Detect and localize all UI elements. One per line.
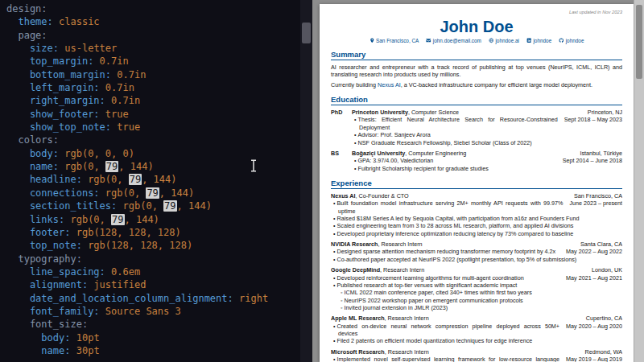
code-token: size: <box>6 43 59 54</box>
code-token: body: <box>6 148 59 159</box>
code-token: 0.7in <box>100 82 134 93</box>
bullet-item: •Co-authored paper accepted at NeurIPS 2… <box>331 256 622 263</box>
experience-entry: London, UKMay 2021 – Aug 2021Google Deep… <box>331 266 622 311</box>
contact-location-link[interactable]: San Francisco, CA <box>369 38 419 43</box>
pdf-scrollbar-thumb[interactable] <box>636 5 642 79</box>
editor-scrollbar[interactable] <box>300 0 312 362</box>
globe-icon <box>489 38 494 43</box>
experience-entry: Redmond, WAMay 2019 – Aug 2019Microsoft … <box>331 348 622 362</box>
position-title: , Research Intern <box>385 315 429 322</box>
code-token: rgb(0, <box>82 174 129 185</box>
code-token: date_and_location_column_alignment: <box>6 293 233 304</box>
pdf-preview-pane[interactable]: Last updated in Nov 2023 John Doe San Fr… <box>312 0 644 362</box>
bullet-text: NeurIPS 2022 workshop paper on emergent … <box>345 297 523 304</box>
code-token: right_margin: <box>6 95 105 106</box>
bullet-item: ◦ICML 2022 main conference paper, cited … <box>331 289 622 296</box>
contact-label: johndoe <box>533 38 551 43</box>
code-token: connections: <box>6 187 100 199</box>
code-token: links: <box>6 214 64 225</box>
bullet-text: Developed reinforcement learning algorit… <box>337 274 524 282</box>
yaml-editor-pane[interactable]: design: theme: classic page: size: us-le… <box>0 0 312 362</box>
contact-row: San Francisco, CAjohn.doe@email.comjohnd… <box>331 38 622 43</box>
summary-section: Summary AI researcher and entrepreneur w… <box>331 50 622 88</box>
contact-github-link[interactable]: johndoe <box>559 38 584 43</box>
code-token: , 144) <box>118 161 153 172</box>
code-token: classic <box>53 16 100 27</box>
position-title: , Research Intern <box>385 348 429 356</box>
entry-location: Princeton, NJ <box>564 109 622 116</box>
contact-mail-link[interactable]: john.doe@email.com <box>426 38 481 43</box>
bullet-text: Scaled engineering team from 3 to 28 acr… <box>337 222 574 229</box>
summary-paragraph-2: Currently building Nexus AI, a VC-backed… <box>331 81 622 88</box>
summary-paragraph-1: AI researcher and entrepreneur with a tr… <box>331 64 622 79</box>
entry-dates: Sept 2014 – June 2018 <box>563 157 622 164</box>
code-line: top_note: rgb(128, 128, 128) <box>6 239 268 252</box>
code-line: body: rgb(0, 0, 0) <box>6 147 268 160</box>
bullet-text: Built foundation model infrastructure se… <box>337 200 564 214</box>
code-token: 0.7in <box>111 69 146 80</box>
experience-entry: Santa Clara, CAMay 2022 – Aug 2022NVIDIA… <box>331 241 622 263</box>
section-title-education: Education <box>331 95 622 105</box>
code-line: body: 10pt <box>6 331 268 344</box>
entry-dates: May 2020 – Aug 2020 <box>566 323 622 330</box>
entry-location-dates: Istanbul, TürkiyeSept 2014 – June 2018 <box>563 150 622 165</box>
entry-location-dates: Princeton, NJSept 2018 – May 2023 <box>564 109 622 124</box>
code-token: true <box>100 109 129 120</box>
code-token: footer: <box>6 227 70 238</box>
bullet-text: NSF Graduate Research Fellowship, Siebel… <box>358 139 532 146</box>
highlighted-token: 79 <box>111 214 124 225</box>
code-token: rgb(0, <box>64 214 111 225</box>
code-token: colors: <box>6 134 59 146</box>
experience-section: Experience San Francisco, CAJune 2023 – … <box>331 179 622 362</box>
code-token: body: <box>6 332 70 343</box>
code-token: us-letter <box>59 43 117 54</box>
code-line: right_margin: 0.7in <box>6 94 268 107</box>
code-token: , 144) <box>177 200 212 212</box>
mail-icon <box>426 38 431 43</box>
app-window: design: theme: classic page: size: us-le… <box>0 0 644 362</box>
bullet-text: Co-authored paper accepted at NeurIPS 20… <box>337 256 577 263</box>
bullet-text: Published research at top-tier venues wi… <box>337 282 518 289</box>
code-token: true <box>111 121 140 133</box>
bullet-item: •Fulbright Scholarship recipient for gra… <box>352 165 622 172</box>
bullet-text: Developed proprietary inference optimiza… <box>337 230 574 237</box>
contact-globe-link[interactable]: johndoe.ai <box>489 38 519 43</box>
position-title: , Co-Founder & CTO <box>356 192 409 200</box>
summary-text: , a VC-backed infrastructure company for… <box>401 81 592 88</box>
code-line: show_top_note: true <box>6 121 268 134</box>
code-line: footer: rgb(128, 128, 128) <box>6 226 268 239</box>
bullet-text: Created on-device neural network compres… <box>337 323 560 337</box>
nexus-ai-link[interactable]: Nexus AI <box>378 81 401 88</box>
entry-location: London, UK <box>566 266 622 274</box>
bullet-text: ICML 2022 main conference paper, cited 3… <box>345 289 532 296</box>
contact-linkedin-link[interactable]: johndoe <box>526 38 551 43</box>
code-token: 0.6em <box>105 266 140 278</box>
bullet-item: •Filed 2 patents on efficient model quan… <box>331 337 622 344</box>
pdf-scrollbar[interactable] <box>634 0 644 362</box>
bullet-text: Thesis: Efficient Neural Architecture Se… <box>358 116 558 130</box>
bullet-text: Fulbright Scholarship recipient for grad… <box>358 165 489 172</box>
contact-label: johndoe <box>566 38 584 43</box>
entry-location: Istanbul, Türkiye <box>563 150 622 157</box>
experience-entries: San Francisco, CAJune 2023 – presentNexu… <box>331 192 622 362</box>
last-updated-note: Last updated in Nov 2023 <box>331 10 622 14</box>
code-line: alignment: justified <box>6 278 268 291</box>
code-token: top_note: <box>6 240 82 251</box>
code-token: name: <box>6 345 70 356</box>
code-token: left_margin: <box>6 82 100 93</box>
company-name: Google DeepMind <box>331 266 380 274</box>
code-line: top_margin: 0.7in <box>6 55 268 68</box>
editor-code: design: theme: classic page: size: us-le… <box>6 2 268 357</box>
contact-label: San Francisco, CA <box>376 38 419 43</box>
code-line: colors: <box>6 134 268 146</box>
bullet-item: •Scaled engineering team from 3 to 28 ac… <box>331 222 622 229</box>
entry-location-dates: San Francisco, CAJune 2023 – present <box>569 192 622 208</box>
resume-page: Last updated in Nov 2023 John Doe San Fr… <box>320 4 634 362</box>
degree-label: PhD <box>331 109 342 116</box>
editor-scrollbar-thumb[interactable] <box>302 23 311 43</box>
bullet-item: ◦Invited journal extension in JMLR (2023… <box>331 304 622 311</box>
bullet-item: •Advisor: Prof. Sanjeev Arora <box>352 131 622 138</box>
entry-location-dates: Redmond, WAMay 2019 – Aug 2019 <box>566 348 622 362</box>
degree-label: BS <box>331 150 339 157</box>
code-line: size: us-letter <box>6 42 268 55</box>
